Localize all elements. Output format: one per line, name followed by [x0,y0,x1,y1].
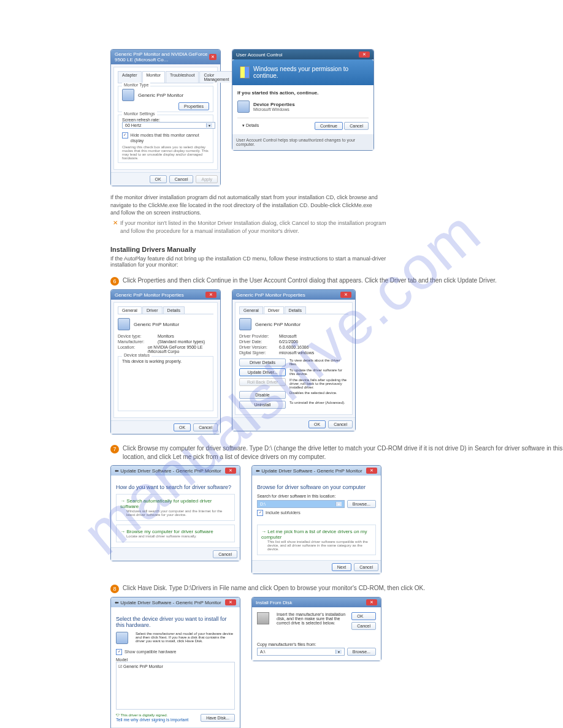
field-label: Driver Date: [239,339,279,344]
hide-modes-desc: Clearing this check box allows you to se… [122,145,209,160]
model-column-header: Model [116,658,235,662]
tab-details[interactable]: Details [163,306,185,314]
uninstall-button[interactable]: Uninstall [239,401,286,409]
next-button[interactable]: Next [332,563,351,571]
monitor-type-group: Monitor Type Generic PnP Monitor Propert… [118,86,213,112]
uac-heading: Windows needs your permission to continu… [232,59,373,85]
cd-footnote: If your monitor isn't listed in the Moni… [120,219,386,235]
device-status-group: Device status This device is working pro… [118,356,213,411]
tab-driver[interactable]: Driver [264,306,284,314]
refresh-value: 60 Hertz [125,123,141,127]
group-label: Monitor Settings [122,112,157,116]
field-value: 6/21/2006 [279,339,298,344]
option-auto[interactable]: → Search automatically for updated drive… [116,494,235,521]
button-desc: Disables the selected device. [289,391,348,395]
cancel-button[interactable]: Cancel [169,175,194,183]
dialog-title: User Account Control [236,52,283,58]
wizard-heading: Browse for driver software on your compu… [257,480,376,494]
model-listbox[interactable]: ☑ Generic PnP Monitor [116,662,235,710]
device-status-text: This device is working properly. [122,359,209,363]
ok-button[interactable]: OK [150,175,167,183]
field-value: microsoft windows [279,351,314,355]
monitor-name: Generic PnP Monitor [138,93,183,98]
continue-button[interactable]: Continue [315,122,343,130]
tab-color[interactable]: Color Management [199,71,233,83]
option-auto-desc: Windows will search your computer and th… [126,509,231,517]
field-label: Location: [118,345,148,354]
dialog-title: Update Driver Software - Generic PnP Mon… [261,468,362,474]
update-driver-button[interactable]: Update Driver... [239,368,286,376]
properties-button[interactable]: Properties [178,102,209,110]
cancel-button[interactable]: Cancel [328,420,353,428]
field-label: Driver Version: [239,345,279,349]
dialog-title: Generic PnP Monitor and NVIDIA GeForce 9… [115,51,209,63]
disable-button[interactable]: Disable [239,391,286,399]
update-driver-wizard-2: ⬅ Update Driver Software - Generic PnP M… [251,465,381,574]
copy-from-input[interactable]: A:\▾ [257,648,345,656]
close-icon[interactable]: ✕ [340,292,351,298]
close-icon[interactable]: ✕ [366,599,377,605]
uac-vendor: Microsoft Windows [253,107,295,112]
step-number-6: 6 [110,277,119,286]
include-subfolders-checkbox[interactable]: ✓ [257,510,263,516]
tab-driver[interactable]: Driver [142,306,163,314]
option-browse-desc: Locate and install driver software manua… [126,534,231,538]
ok-button[interactable]: OK [174,423,191,431]
ok-button[interactable]: OK [351,612,376,620]
copy-from-label: Copy manufacturer's files from: [257,642,376,646]
chevron-down-icon: ▾ [206,123,212,127]
chevron-down-icon: ▾ [335,502,342,506]
driver-details-button[interactable]: Driver Details [239,358,286,366]
browse-button[interactable]: Browse... [347,648,376,656]
monitor-settings-group: Monitor Settings Screen refresh rate: 60… [118,115,213,163]
close-icon[interactable]: ✕ [359,51,370,58]
browse-button[interactable]: Browse... [347,500,376,508]
monitor-icon [118,318,130,330]
install-disk-text: Insert the manufacturer's installation d… [277,612,348,630]
dialog-title: Generic PnP Monitor Properties [236,292,305,298]
monitor-name: Generic PnP Monitor [134,322,179,327]
button-desc: To update the driver software for this d… [289,368,348,376]
refresh-rate-dropdown[interactable]: 60 Hertz ▾ [122,122,215,129]
disk-icon [257,612,269,624]
tab-details[interactable]: Details [285,306,306,314]
details-button[interactable]: ▾ Details [237,122,264,129]
monitor-icon [116,632,128,644]
close-icon[interactable]: ✕ [366,468,377,474]
wizard-question: How do you want to search for driver sof… [116,480,235,494]
cancel-button[interactable]: Cancel [351,622,376,630]
option-browse[interactable]: → Browse my computer for driver software… [116,525,235,542]
show-compat-checkbox[interactable]: ✓ [116,649,122,655]
cancel-button[interactable]: Cancel [193,423,218,431]
tab-general[interactable]: General [239,306,263,314]
cd-instruction-text: If the monitor driver installation progr… [110,194,380,217]
signing-link[interactable]: Tell me why driver signing is important [116,718,188,722]
tab-general[interactable]: General [118,306,142,314]
option-pick[interactable]: → Let me pick from a list of device driv… [257,525,376,555]
close-icon[interactable]: ✕ [225,468,236,474]
close-icon[interactable]: ✕ [205,292,216,298]
cancel-button[interactable]: Cancel [213,550,237,558]
field-value: Monitors [158,334,174,338]
path-input[interactable]: D:\▾ [257,500,345,508]
install-from-disk-dialog: Install From Disk ✕ Insert the manufactu… [251,597,381,661]
select-driver-dialog: ⬅ Update Driver Software - Generic PnP M… [110,597,240,728]
list-item[interactable]: ☑ Generic PnP Monitor [118,664,232,669]
tab-monitor[interactable]: Monitor [142,71,165,83]
cancel-button[interactable]: Cancel [344,122,369,130]
dialog-title: Generic PnP Monitor Properties [115,292,184,298]
wizard-subtext: Select the manufacturer and model of you… [136,632,235,644]
dialog-title: Install From Disk [256,600,293,605]
have-disk-button[interactable]: Have Disk... [201,714,235,722]
field-label: Device type: [118,334,158,338]
close-icon[interactable]: ✕ [225,599,236,605]
tab-troubleshoot[interactable]: Troubleshoot [166,71,199,83]
uac-dialog: User Account Control ✕ Windows needs you… [232,49,374,151]
step-7-text: Click Browse my computer for driver soft… [123,444,563,461]
hide-modes-checkbox[interactable]: ✓ [122,132,128,138]
cancel-button[interactable]: Cancel [354,563,378,571]
tab-adapter[interactable]: Adapter [118,71,142,83]
close-icon[interactable]: ✕ [209,54,216,60]
field-value: 6.0.6000.16386 [279,345,309,349]
ok-button[interactable]: OK [308,420,326,428]
